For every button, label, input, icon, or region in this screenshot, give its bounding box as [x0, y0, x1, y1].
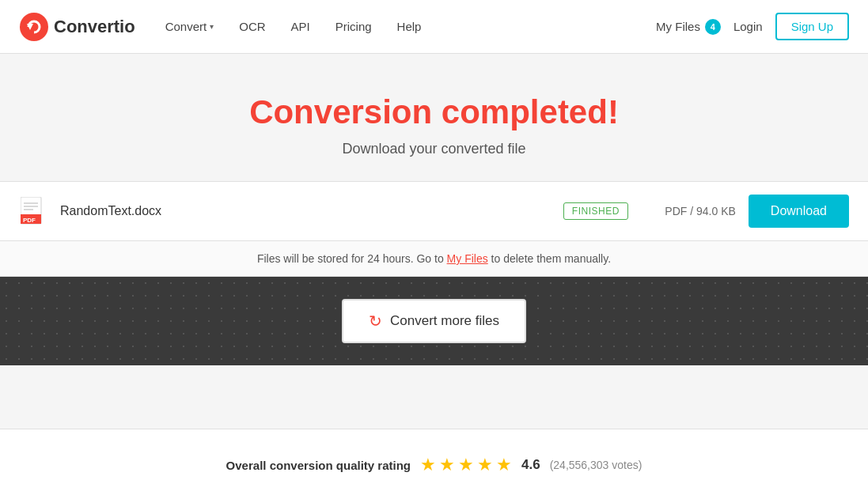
navbar-right: My Files 4 Login Sign Up	[656, 13, 849, 40]
file-name: RandomText.docx	[60, 204, 551, 218]
convert-more-section: ↻ Convert more files	[0, 277, 868, 365]
hero-subtitle: Download your converted file	[0, 141, 868, 157]
storage-notice: Files will be stored for 24 hours. Go to…	[0, 240, 868, 276]
logo-icon	[19, 12, 49, 42]
storage-text-after: to delete them manually.	[488, 252, 611, 265]
star-2: ★	[439, 455, 455, 475]
svg-text:PDF: PDF	[23, 217, 36, 224]
file-row: PDF RandomText.docx FINISHED PDF / 94.0 …	[0, 182, 868, 240]
rating-section: Overall conversion quality rating ★ ★ ★ …	[0, 429, 868, 480]
convert-more-label: Convert more files	[390, 313, 499, 329]
rating-score: 4.6	[521, 457, 540, 473]
pdf-file-icon: PDF	[19, 197, 47, 225]
svg-point-0	[20, 13, 48, 41]
star-3: ★	[458, 455, 474, 475]
nav-api[interactable]: API	[280, 13, 321, 40]
nav-convert[interactable]: Convert ▾	[154, 13, 226, 40]
my-files-label: My Files	[656, 20, 700, 33]
storage-text-before: Files will be stored for 24 hours. Go to	[257, 252, 447, 265]
login-link[interactable]: Login	[733, 20, 763, 33]
nav-help-label: Help	[397, 20, 422, 33]
signup-button[interactable]: Sign Up	[775, 13, 849, 40]
nav-api-label: API	[291, 20, 310, 33]
nav-ocr[interactable]: OCR	[228, 13, 276, 40]
star-1: ★	[420, 455, 436, 475]
navbar: Convertio Convert ▾ OCR API Pricing Help…	[0, 0, 868, 54]
star-4: ★	[477, 455, 493, 475]
nav-pricing-label: Pricing	[335, 20, 372, 33]
nav-ocr-label: OCR	[239, 20, 265, 33]
nav-convert-label: Convert	[165, 20, 207, 33]
nav-menu: Convert ▾ OCR API Pricing Help	[154, 13, 656, 40]
convert-more-button[interactable]: ↻ Convert more files	[342, 299, 526, 343]
stars-container: ★ ★ ★ ★ ★	[420, 455, 512, 475]
chevron-down-icon: ▾	[210, 22, 214, 31]
file-size-info: PDF / 94.0 KB	[641, 205, 736, 217]
nav-help[interactable]: Help	[386, 13, 433, 40]
star-5-half: ★	[496, 455, 512, 475]
logo-text: Convertio	[54, 17, 135, 37]
my-files-storage-link[interactable]: My Files	[447, 252, 488, 265]
spacer	[0, 365, 868, 429]
status-badge: FINISHED	[563, 202, 628, 220]
hero-section: Conversion completed! Download your conv…	[0, 54, 868, 181]
pdf-icon-svg: PDF	[21, 197, 46, 225]
rating-label: Overall conversion quality rating	[226, 459, 411, 472]
refresh-icon: ↻	[369, 312, 382, 331]
logo[interactable]: Convertio	[19, 12, 135, 42]
download-button[interactable]: Download	[749, 195, 849, 228]
nav-pricing[interactable]: Pricing	[324, 13, 383, 40]
hero-title: Conversion completed!	[0, 93, 868, 131]
my-files-badge: 4	[705, 19, 721, 35]
conversion-area: PDF RandomText.docx FINISHED PDF / 94.0 …	[0, 181, 868, 277]
my-files-link[interactable]: My Files 4	[656, 19, 721, 35]
rating-votes: (24,556,303 votes)	[550, 459, 642, 471]
rating-row: Overall conversion quality rating ★ ★ ★ …	[19, 455, 849, 475]
